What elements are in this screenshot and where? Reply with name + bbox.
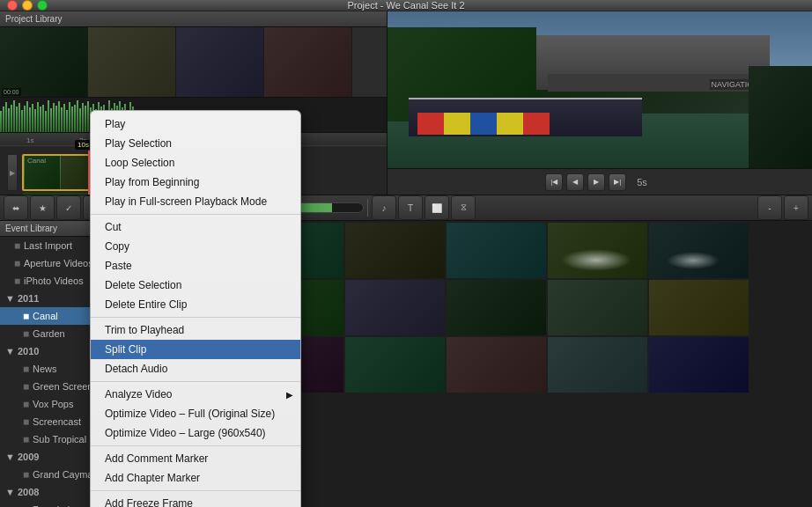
svg-rect-18 — [48, 100, 49, 133]
video-strip: 00:00 — [0, 27, 387, 98]
svg-rect-14 — [37, 102, 39, 133]
thumb-9[interactable] — [345, 280, 445, 335]
menu-separator-5 — [91, 490, 300, 491]
svg-rect-21 — [55, 106, 57, 133]
svg-rect-8 — [21, 110, 23, 133]
svg-rect-23 — [61, 107, 63, 133]
menu-split-clip[interactable]: Split Clip — [91, 340, 300, 359]
preview-video: NAVIGATION — [388, 11, 812, 168]
menu-optimize-full[interactable]: Optimize Video – Full (Original Size) — [91, 404, 300, 423]
menu-separator-4 — [91, 445, 300, 446]
svg-rect-4 — [11, 105, 12, 133]
fast-forward-button[interactable]: ▶| — [609, 173, 626, 191]
svg-text:1s: 1s — [26, 136, 33, 144]
svg-rect-24 — [63, 104, 65, 133]
menu-delete-selection[interactable]: Delete Selection — [91, 276, 300, 295]
menu-add-freeze-frame[interactable]: Add Freeze Frame — [91, 494, 300, 507]
thumb-15[interactable] — [345, 337, 445, 393]
svg-rect-20 — [53, 103, 55, 133]
tool-photo[interactable]: ⬜ — [424, 195, 449, 220]
menu-play-selection[interactable]: Play Selection — [91, 134, 300, 153]
svg-rect-12 — [32, 104, 33, 133]
play-button[interactable]: ▶ — [587, 173, 605, 191]
svg-rect-27 — [71, 107, 73, 133]
tool-zoom-in[interactable]: + — [784, 195, 808, 220]
svg-rect-15 — [40, 107, 41, 133]
svg-rect-78 — [444, 113, 470, 135]
menu-cut[interactable]: Cut — [91, 217, 300, 237]
thumb-16[interactable] — [447, 337, 546, 393]
svg-rect-13 — [34, 109, 36, 133]
svg-rect-28 — [74, 105, 76, 133]
tool-text[interactable]: T — [398, 195, 423, 220]
menu-optimize-large[interactable]: Optimize Video – Large (960x540) — [91, 423, 300, 443]
thumb-5[interactable] — [548, 223, 647, 278]
tool-transition[interactable]: ⧖ — [451, 195, 476, 220]
menu-separator-3 — [91, 381, 300, 382]
close-button[interactable] — [7, 0, 18, 11]
thumb-12[interactable] — [649, 280, 749, 335]
menu-paste[interactable]: Paste — [91, 256, 300, 276]
thumb-6[interactable] — [649, 223, 749, 278]
svg-rect-17 — [45, 111, 47, 133]
tool-btn-3[interactable]: ✓ — [56, 195, 81, 220]
svg-rect-10 — [26, 101, 28, 133]
menu-add-comment-marker[interactable]: Add Comment Marker — [91, 449, 300, 468]
menu-separator-1 — [91, 214, 300, 215]
svg-rect-6 — [16, 107, 18, 133]
video-thumb-4[interactable] — [264, 27, 352, 98]
submenu-arrow: ▶ — [286, 390, 293, 400]
svg-rect-0 — [0, 111, 2, 133]
menu-play[interactable]: Play — [91, 114, 300, 134]
svg-rect-25 — [66, 110, 68, 133]
svg-rect-16 — [42, 105, 44, 133]
video-thumb-3[interactable] — [176, 27, 264, 98]
svg-rect-32 — [85, 106, 86, 133]
svg-rect-30 — [79, 108, 81, 133]
svg-rect-79 — [470, 113, 497, 135]
tool-zoom[interactable]: - — [757, 195, 782, 220]
video-thumb-1[interactable]: 00:00 — [0, 27, 88, 98]
menu-delete-entire-clip[interactable]: Delete Entire Clip — [91, 295, 300, 314]
thumb-17[interactable] — [548, 337, 647, 393]
menu-play-from-beginning[interactable]: Play from Beginning — [91, 173, 300, 192]
svg-rect-33 — [87, 101, 89, 133]
timecode-display: 5s — [637, 177, 647, 187]
svg-rect-3 — [8, 108, 10, 133]
svg-rect-26 — [69, 102, 70, 133]
svg-rect-7 — [18, 103, 20, 133]
preview-panel: NAVIGATION — [388, 11, 812, 195]
menu-add-chapter-marker[interactable]: Add Chapter Marker — [91, 468, 300, 488]
menu-loop-selection[interactable]: Loop Selection — [91, 153, 300, 173]
thumb-11[interactable] — [548, 280, 647, 335]
tool-music[interactable]: ♪ — [372, 195, 396, 220]
menu-detach-audio[interactable]: Detach Audio — [91, 359, 300, 378]
play-backward-button[interactable]: ◀ — [566, 173, 584, 191]
menu-trim-to-playhead[interactable]: Trim to Playhead — [91, 320, 300, 340]
svg-rect-81 — [523, 113, 550, 135]
maximize-button[interactable] — [37, 0, 48, 11]
svg-rect-29 — [77, 100, 78, 133]
svg-rect-2 — [5, 102, 7, 133]
menu-copy[interactable]: Copy — [91, 237, 300, 256]
thumb-3[interactable] — [345, 223, 445, 278]
svg-rect-77 — [417, 113, 444, 135]
svg-rect-9 — [24, 106, 26, 133]
thumb-18[interactable] — [649, 337, 749, 393]
menu-analyze-video[interactable]: Analyze Video ▶ — [91, 385, 300, 404]
tool-btn-2[interactable]: ★ — [30, 195, 55, 220]
context-menu: Play Play Selection Loop Selection Play … — [90, 110, 301, 507]
menu-play-fullscreen[interactable]: Play in Full-screen Playback Mode — [91, 192, 300, 211]
svg-rect-22 — [58, 101, 60, 133]
video-thumb-2[interactable] — [88, 27, 176, 98]
preview-controls: |◀ ◀ ▶ ▶| 5s — [388, 168, 812, 195]
tool-btn-1[interactable]: ⬌ — [4, 195, 28, 220]
minimize-button[interactable] — [22, 0, 33, 11]
rewind-to-start-button[interactable]: |◀ — [545, 173, 563, 191]
menu-separator-2 — [91, 317, 300, 318]
title-bar: Project - We Canal See It 2 — [0, 0, 812, 11]
project-library-title: Project Library — [0, 11, 387, 27]
thumb-10[interactable] — [447, 280, 546, 335]
thumb-4[interactable] — [447, 223, 546, 278]
svg-rect-11 — [29, 107, 31, 133]
